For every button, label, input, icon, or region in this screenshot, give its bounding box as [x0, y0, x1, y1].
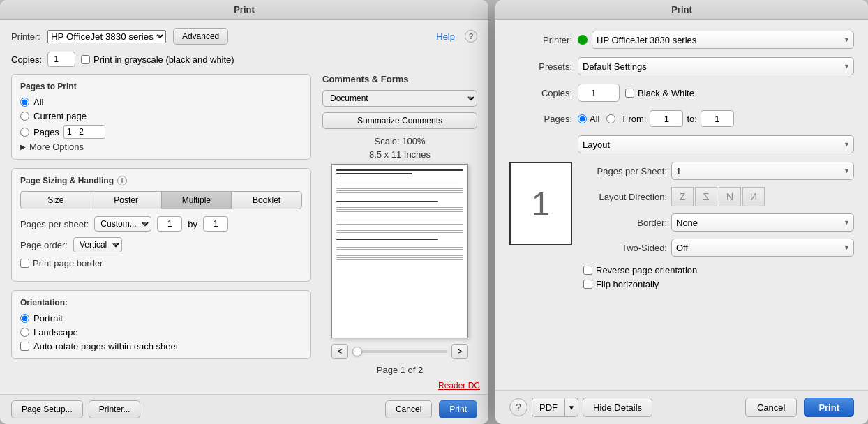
poster-tab[interactable]: Poster [91, 191, 161, 209]
more-options-triangle: ▶ [20, 143, 26, 151]
preview-area: Scale: 100% 8.5 x 11 Inches [322, 136, 477, 382]
printer-select[interactable]: HP OfficeJet 3830 series [47, 30, 166, 43]
from-input[interactable] [650, 110, 683, 127]
acrobat-reader-label[interactable]: Reader DC [438, 381, 480, 391]
help-button-right[interactable]: ? [509, 398, 527, 416]
page-sizing-section: Page Sizing & Handling i Size Poster Mul… [11, 168, 311, 282]
summarize-comments-button[interactable]: Summarize Comments [322, 112, 477, 129]
doc-line [336, 255, 463, 256]
two-sided-select[interactable]: Off [671, 238, 854, 257]
right-printer-select[interactable]: HP OfficeJet 3830 series [592, 31, 854, 49]
two-sided-label: Two-Sided: [583, 243, 667, 253]
print-button-right[interactable]: Print [804, 397, 854, 417]
more-options-toggle[interactable]: ▶ More Options [20, 142, 302, 152]
right-copies-input[interactable] [578, 84, 620, 102]
doc-line [336, 220, 463, 220]
layout-dir-btn-3[interactable]: N [719, 187, 741, 206]
size-tab[interactable]: Size [20, 191, 91, 209]
auto-rotate-checkbox[interactable] [20, 342, 29, 351]
page-sizing-info-icon[interactable]: i [117, 176, 127, 186]
pps-right-select[interactable]: 1 [671, 162, 854, 180]
scale-text: Scale: 100% [375, 136, 426, 146]
page-order-select[interactable]: Vertical [73, 237, 122, 252]
grayscale-checkbox[interactable] [81, 55, 90, 64]
advanced-button[interactable]: Advanced [173, 28, 228, 45]
flip-horizontally-checkbox[interactable] [583, 280, 592, 289]
pages-range-radio[interactable] [20, 128, 29, 137]
booklet-tab[interactable]: Booklet [231, 191, 302, 209]
bw-label: Black & White [638, 88, 694, 98]
comments-forms-select[interactable]: Document [322, 90, 477, 107]
doc-line [336, 218, 463, 218]
right-copies-label: Copies: [509, 88, 572, 98]
more-options-label: More Options [29, 142, 84, 152]
doc-line [336, 230, 463, 231]
right-all-label: All [590, 114, 599, 124]
right-thumbnail: 1 [509, 162, 572, 245]
page-slider[interactable] [352, 350, 447, 353]
doc-line [336, 257, 463, 258]
cancel-button-right[interactable]: Cancel [745, 397, 797, 417]
doc-line [336, 222, 463, 222]
doc-line [336, 201, 438, 202]
landscape-radio[interactable] [20, 328, 29, 337]
doc-line [336, 207, 463, 208]
pps-col-input[interactable] [157, 216, 182, 232]
page-setup-button[interactable]: Page Setup... [11, 400, 83, 418]
layout-dir-btn-1[interactable]: Z [671, 187, 694, 206]
prev-page-button[interactable]: < [331, 344, 348, 359]
thumbnail-number: 1 [532, 185, 551, 223]
doc-line [336, 192, 463, 193]
pages-range-input[interactable] [63, 125, 105, 139]
print-border-checkbox[interactable] [20, 259, 29, 268]
left-dialog-title: Print [234, 4, 255, 15]
pdf-chevron-button[interactable]: ▼ [564, 397, 578, 417]
pps-select[interactable]: Custom... [94, 216, 151, 232]
right-layout-select[interactable]: Layout [578, 135, 854, 153]
doc-line [336, 185, 463, 186]
hide-details-button[interactable]: Hide Details [583, 397, 652, 417]
print-button-left[interactable]: Print [439, 400, 477, 418]
pps-row-input[interactable] [203, 216, 228, 232]
right-printer-label: Printer: [509, 35, 572, 45]
page-order-label: Page order: [20, 240, 68, 250]
size-text: 8.5 x 11 Inches [369, 149, 431, 160]
doc-line [336, 211, 463, 212]
cancel-button-left[interactable]: Cancel [385, 400, 432, 418]
right-all-radio[interactable] [578, 114, 587, 123]
comments-title: Comments & Forms [322, 74, 477, 84]
multiple-tab[interactable]: Multiple [161, 191, 232, 209]
current-page-label: Current page [33, 111, 87, 121]
next-page-button[interactable]: > [451, 344, 468, 359]
current-page-radio[interactable] [20, 112, 29, 121]
printer-status-dot [578, 35, 588, 45]
layout-dir-btn-2[interactable]: Z [695, 187, 717, 206]
copies-label: Copies: [11, 54, 42, 65]
help-icon[interactable]: ? [465, 30, 477, 43]
page-info: Page 1 of 2 [377, 365, 424, 375]
layout-dir-label: Layout Direction: [583, 192, 667, 202]
doc-line [336, 249, 463, 250]
doc-line [336, 259, 463, 260]
pdf-button[interactable]: PDF [532, 397, 564, 417]
copies-input[interactable] [47, 52, 75, 67]
to-input[interactable] [701, 110, 734, 127]
all-pages-radio[interactable] [20, 98, 29, 107]
doc-line [336, 183, 463, 183]
from-label: From: [622, 114, 646, 124]
right-presets-select[interactable]: Default Settings [578, 57, 854, 75]
portrait-radio[interactable] [20, 314, 29, 323]
right-from-radio[interactable] [606, 114, 615, 123]
help-link[interactable]: Help [436, 31, 455, 42]
portrait-label: Portrait [33, 313, 63, 324]
bw-checkbox[interactable] [625, 89, 634, 98]
border-select[interactable]: None [671, 213, 854, 232]
layout-dir-btn-4[interactable]: N [742, 187, 765, 206]
doc-line [336, 169, 463, 171]
printer-button[interactable]: Printer... [89, 400, 141, 418]
right-presets-label: Presets: [509, 61, 572, 72]
landscape-label: Landscape [33, 327, 78, 338]
auto-rotate-label: Auto-rotate pages within each sheet [33, 341, 178, 351]
reverse-orientation-checkbox[interactable] [583, 266, 592, 275]
orientation-section: Orientation: Portrait Landscape Auto- [11, 290, 311, 359]
